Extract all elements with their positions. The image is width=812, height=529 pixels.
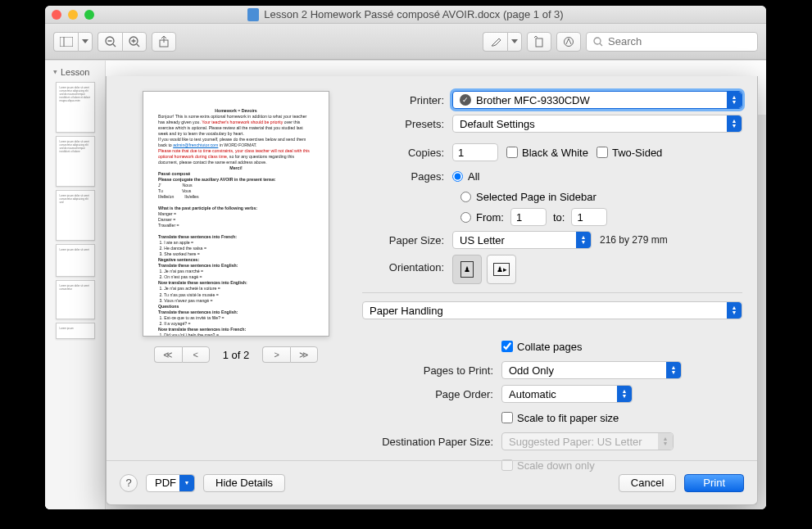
portrait-icon: ♟ bbox=[460, 261, 474, 278]
section-select[interactable]: Paper Handling ▲▼ bbox=[362, 301, 742, 319]
highlight-button[interactable] bbox=[483, 32, 507, 52]
sidebar-icon bbox=[60, 37, 73, 47]
orientation-portrait-button[interactable]: ♟ bbox=[452, 255, 482, 284]
zoom-in-button[interactable] bbox=[122, 32, 147, 52]
thumbnail-sidebar: Lesson Lorem ipsum dolor sit amet consec… bbox=[45, 61, 106, 509]
svg-line-14 bbox=[600, 43, 602, 46]
pages-from-radio[interactable]: From: bbox=[460, 211, 504, 224]
presets-label: Presets: bbox=[362, 118, 452, 130]
select-arrows-icon: ▲▼ bbox=[666, 362, 681, 378]
bw-checkbox[interactable]: Black & White bbox=[506, 147, 588, 159]
share-icon bbox=[159, 36, 169, 47]
markup-button[interactable] bbox=[556, 32, 581, 52]
page-indicator: 1 of 2 bbox=[223, 349, 250, 361]
view-mode-menu[interactable] bbox=[78, 32, 93, 52]
printer-select[interactable]: ✓ Brother MFC-9330CDW ▲▼ bbox=[452, 91, 742, 109]
titlebar: Lesson 2 Homework Passé composé AVOIR.do… bbox=[45, 6, 766, 24]
search-input[interactable] bbox=[608, 35, 751, 47]
scalefit-checkbox[interactable]: Scale to fit paper size bbox=[501, 412, 619, 424]
last-page-button[interactable]: ≫ bbox=[290, 346, 318, 363]
select-arrows-icon: ▲▼ bbox=[658, 433, 673, 450]
view-mode-button[interactable] bbox=[53, 32, 78, 52]
rotate-icon bbox=[533, 36, 545, 47]
print-preview-column: Homework = Devoirs Bonjour! This is some… bbox=[121, 91, 351, 480]
printer-label: Printer: bbox=[362, 94, 452, 106]
app-window: Lesson 2 Homework Passé composé AVOIR.do… bbox=[45, 6, 766, 509]
highlight-menu[interactable] bbox=[507, 32, 522, 52]
pageorder-value: Automatic bbox=[509, 388, 556, 400]
page-preview: Homework = Devoirs Bonjour! This is some… bbox=[143, 91, 329, 337]
pages-selected-label: Selected Page in Sidebar bbox=[476, 191, 597, 203]
svg-point-13 bbox=[594, 38, 601, 44]
page-thumbnail[interactable]: Lorem ipsum bbox=[56, 323, 95, 339]
cancel-button[interactable]: Cancel bbox=[619, 474, 676, 492]
print-dialog: Homework = Devoirs Bonjour! This is some… bbox=[106, 76, 758, 505]
presets-select[interactable]: Default Settings ▲▼ bbox=[452, 115, 742, 133]
pages-label: Pages: bbox=[362, 170, 452, 183]
svg-line-6 bbox=[137, 44, 139, 47]
svg-rect-0 bbox=[60, 37, 73, 47]
page-thumbnail[interactable]: Lorem ipsum dolor sit amet consectetur a… bbox=[56, 136, 95, 187]
section-value: Paper Handling bbox=[370, 305, 443, 317]
copies-input[interactable] bbox=[452, 143, 498, 161]
select-arrows-icon: ▲▼ bbox=[727, 115, 742, 132]
papersize-select[interactable]: US Letter ▲▼ bbox=[452, 231, 592, 249]
pagestoprint-select[interactable]: Odd Only ▲▼ bbox=[501, 361, 682, 379]
next-page-button[interactable]: > bbox=[262, 346, 290, 363]
share-button[interactable] bbox=[152, 32, 176, 52]
page-thumbnail[interactable]: Lorem ipsum dolor sit amet consectetur a… bbox=[56, 82, 95, 133]
dialog-footer: ? PDF ▼ Hide Details Cancel Print bbox=[107, 460, 757, 504]
pages-all-radio[interactable]: All bbox=[452, 170, 479, 183]
landscape-icon: ♟▸ bbox=[493, 263, 510, 276]
search-field[interactable] bbox=[586, 32, 758, 52]
sidebar-header[interactable]: Lesson bbox=[48, 66, 102, 79]
pages-all-label: All bbox=[468, 170, 479, 183]
page-thumbnail[interactable]: Lorem ipsum dolor sit amet consectetur bbox=[56, 280, 95, 319]
collate-checkbox[interactable]: Collate pages bbox=[501, 341, 583, 353]
chevron-down-icon: ▼ bbox=[179, 475, 194, 491]
twosided-checkbox[interactable]: Two-Sided bbox=[597, 147, 662, 159]
printer-value: Brother MFC-9330CDW bbox=[476, 94, 590, 106]
pageorder-select[interactable]: Automatic ▲▼ bbox=[501, 385, 633, 403]
first-page-button[interactable]: ≪ bbox=[154, 346, 182, 363]
orientation-landscape-button[interactable]: ♟▸ bbox=[487, 255, 516, 284]
select-arrows-icon: ▲▼ bbox=[727, 302, 742, 319]
window-title: Lesson 2 Homework Passé composé AVOIR.do… bbox=[45, 8, 766, 21]
preview-pager: ≪ < 1 of 2 > ≫ bbox=[154, 346, 319, 363]
select-arrows-icon: ▲▼ bbox=[617, 386, 632, 402]
twosided-label: Two-Sided bbox=[612, 147, 662, 159]
search-icon bbox=[593, 37, 603, 47]
select-arrows-icon: ▲▼ bbox=[727, 92, 742, 108]
svg-line-3 bbox=[113, 44, 116, 47]
window-title-text: Lesson 2 Homework Passé composé AVOIR.do… bbox=[264, 8, 563, 20]
printer-status-icon: ✓ bbox=[460, 94, 471, 106]
chevron-down-icon bbox=[82, 39, 88, 43]
zoom-out-button[interactable] bbox=[98, 32, 122, 52]
to-label: to: bbox=[553, 211, 565, 224]
destsize-select: Suggested Paper: US Letter ▲▼ bbox=[501, 432, 674, 450]
prev-page-button[interactable]: < bbox=[182, 346, 210, 363]
page-thumbnail[interactable]: Lorem ipsum dolor sit amet consectetur a… bbox=[56, 190, 95, 241]
highlighter-icon bbox=[490, 36, 501, 47]
pdf-dropdown[interactable]: PDF ▼ bbox=[146, 474, 195, 492]
from-input[interactable] bbox=[510, 208, 547, 226]
papersize-hint: 216 by 279 mm bbox=[600, 234, 668, 246]
hide-details-button[interactable]: Hide Details bbox=[203, 474, 285, 492]
bw-label: Black & White bbox=[522, 147, 588, 159]
help-button[interactable]: ? bbox=[120, 474, 138, 492]
print-button[interactable]: Print bbox=[684, 474, 744, 492]
scalefit-label: Scale to fit paper size bbox=[517, 412, 619, 424]
zoom-out-icon bbox=[105, 36, 116, 47]
rotate-button[interactable] bbox=[527, 32, 551, 52]
document-icon bbox=[247, 8, 259, 21]
page-thumbnail[interactable]: Lorem ipsum dolor sit amet bbox=[56, 244, 95, 277]
orientation-label: Orientation: bbox=[362, 255, 452, 274]
pagestoprint-label: Pages to Print: bbox=[362, 364, 501, 377]
from-label: From: bbox=[476, 211, 504, 224]
papersize-value: US Letter bbox=[460, 234, 505, 246]
pages-selected-radio[interactable]: Selected Page in Sidebar bbox=[460, 191, 597, 203]
pageorder-label: Page Order: bbox=[362, 388, 501, 400]
destsize-value: Suggested Paper: US Letter bbox=[509, 436, 642, 448]
chevron-down-icon bbox=[511, 39, 518, 43]
to-input[interactable] bbox=[571, 208, 607, 226]
